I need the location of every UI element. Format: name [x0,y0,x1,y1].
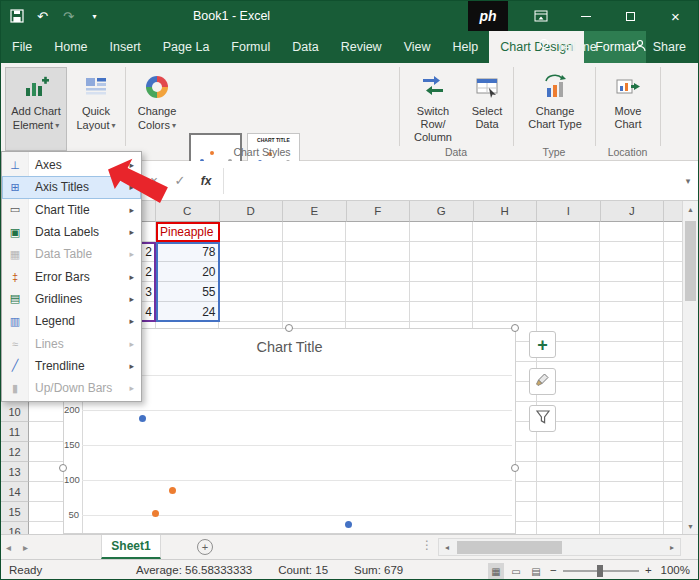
zoom-level[interactable]: 100% [661,560,690,580]
chart-gridline [82,375,512,376]
row-header-13[interactable]: 13 [1,462,29,482]
submenu-arrow-icon [129,339,134,349]
tab-data[interactable]: Data [281,31,329,63]
formula-input[interactable] [228,161,678,200]
button-label: Change [138,105,177,118]
tab-splitter-icon[interactable] [421,538,433,552]
undo-icon[interactable] [35,9,50,24]
next-sheet-icon[interactable] [23,542,28,553]
chart-gridline [82,445,512,446]
row-header-10[interactable]: 10 [1,402,29,422]
column-header-f[interactable]: F [347,201,411,222]
chart-filters-button[interactable] [529,405,556,432]
zoom-out-icon[interactable] [550,560,557,580]
add-chart-element-button[interactable]: Add Chart Element [5,67,67,151]
customize-toolbar-icon[interactable] [87,12,102,21]
group-divider [513,67,514,146]
change-chart-type-button[interactable]: Change Chart Type [517,67,593,151]
button-label: Switch Row/ [403,105,463,131]
tab-formul[interactable]: Formul [220,31,281,63]
plus-icon [537,336,548,354]
chart-handle-mid-right[interactable] [511,464,519,472]
vertical-scroll-thumb[interactable] [685,221,696,301]
row-header-11[interactable]: 11 [1,422,29,442]
menu-item-trendline[interactable]: ╱Trendline [2,355,141,377]
change-colors-button[interactable]: Change Colors [129,67,185,151]
tell-me-box[interactable]: Tell me [537,38,597,56]
quick-layout-icon [84,72,108,102]
column-header-i[interactable]: I [537,201,601,222]
horizontal-scrollbar[interactable] [438,538,681,556]
ribbon-tab-bar: FileHomeInsertPage LaFormulDataReviewVie… [1,31,698,63]
sheet-tab-sheet1[interactable]: Sheet1 [101,535,161,559]
view-shortcuts: ▦ ▭ ▤ [488,563,544,579]
scroll-up-icon[interactable] [683,201,698,217]
tab-file[interactable]: File [1,31,43,63]
insert-function-icon[interactable]: fx [193,174,219,188]
divider [223,168,224,194]
quick-layout-button[interactable]: Quick Layout [69,67,123,151]
chart-gridline [82,480,512,481]
ribbon-display-options-icon[interactable] [518,1,563,31]
page-layout-view-icon[interactable]: ▭ [508,563,524,579]
tab-home[interactable]: Home [43,31,98,63]
row-header-15[interactable]: 15 [1,502,29,522]
menu-item-data-labels[interactable]: ▣Data Labels [2,221,141,243]
button-label: Select [472,105,503,118]
new-sheet-icon[interactable] [197,539,213,555]
scroll-down-icon[interactable] [683,518,698,534]
row-header-16[interactable]: 16 [1,522,29,534]
maximize-button[interactable] [608,1,653,31]
scatter-point [152,510,159,517]
move-chart-button[interactable]: Move Chart [599,67,657,151]
chart-handle-mid-left[interactable] [59,464,67,472]
chart-axis-label: 150 [64,439,79,450]
group-label-location: Location [595,146,660,158]
menu-item-label: Data Table [35,247,92,261]
page-break-view-icon[interactable]: ▤ [528,563,544,579]
chart-styles-button[interactable] [529,368,556,395]
prev-sheet-icon[interactable] [6,542,11,553]
column-header-partial[interactable] [664,201,684,222]
close-button[interactable] [653,1,698,31]
horizontal-scroll-thumb[interactable] [457,541,562,554]
zoom-slider-thumb[interactable] [597,565,603,577]
minimize-button[interactable] [563,1,608,31]
column-header-d[interactable]: D [220,201,284,222]
tab-insert[interactable]: Insert [99,31,152,63]
menu-item-gridlines[interactable]: ▤Gridlines [2,288,141,310]
share-label: Share [653,40,686,54]
save-icon[interactable] [9,9,24,23]
scroll-right-icon[interactable] [664,539,680,555]
scroll-left-icon[interactable] [439,539,455,555]
tab-page-la[interactable]: Page La [152,31,221,63]
chart-elements-button[interactable] [529,331,556,358]
menu-item-lines: ≈Lines [2,332,141,354]
group-label-type: Type [513,146,595,158]
submenu-arrow-icon [129,272,134,282]
expand-formula-bar-icon[interactable] [678,176,698,186]
trendline-icon: ╱ [2,359,28,372]
column-header-h[interactable]: H [474,201,538,222]
tab-review[interactable]: Review [330,31,393,63]
select-data-button[interactable]: Select Data [464,67,510,151]
column-header-g[interactable]: G [410,201,474,222]
switch-row-column-button[interactable]: Switch Row/ Column [403,67,463,151]
row-header-14[interactable]: 14 [1,482,29,502]
column-header-e[interactable]: E [283,201,347,222]
zoom-in-icon[interactable] [645,560,652,580]
quick-access-toolbar [9,1,102,31]
submenu-arrow-icon [129,294,134,304]
tab-help[interactable]: Help [442,31,490,63]
data-table-icon: ▦ [2,248,28,261]
menu-item-error-bars[interactable]: ‡Error Bars [2,265,141,287]
column-header-j[interactable]: J [601,201,665,222]
tab-view[interactable]: View [393,31,442,63]
row-header-12[interactable]: 12 [1,442,29,462]
menu-item-legend[interactable]: ▥Legend [2,310,141,332]
share-button[interactable]: Share [633,39,686,56]
normal-view-icon[interactable]: ▦ [488,563,504,579]
chart-handle-top-right[interactable] [511,324,519,332]
vertical-scrollbar[interactable] [682,201,698,534]
chart-handle-top-center[interactable] [285,324,293,332]
